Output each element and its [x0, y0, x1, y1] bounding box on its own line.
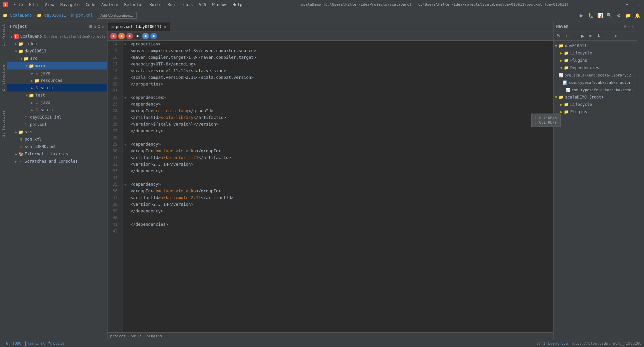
menu-code[interactable]: Code [83, 2, 98, 8]
browser-icon-3[interactable]: ● [126, 33, 133, 39]
maven-more-button[interactable]: … [603, 32, 610, 40]
open-explorer-button[interactable]: 📁 [624, 11, 632, 19]
browser-icon-6[interactable]: ● [150, 33, 157, 39]
menu-file[interactable]: File [11, 2, 26, 8]
fold-marker-14[interactable]: ▼ [123, 41, 128, 47]
menu-analyze[interactable]: Analyze [98, 2, 121, 8]
fold-marker-17[interactable] [123, 61, 128, 67]
fold-marker-19[interactable] [123, 74, 128, 81]
maven-refresh-button[interactable]: ↻ [555, 32, 562, 40]
fold-marker-41[interactable] [123, 221, 128, 228]
tree-resources[interactable]: ▶ 📁 resources [7, 77, 107, 84]
maven-lifecycle2[interactable]: ▶ 📁 Lifecycle [554, 101, 637, 108]
menu-vcs[interactable]: VCS [196, 2, 209, 8]
tree-scala2[interactable]: ▶ S scala [7, 106, 107, 114]
fold-marker-22[interactable]: ▼ [123, 94, 128, 101]
maven-remove-button[interactable]: − [571, 32, 578, 40]
fold-marker-39[interactable] [123, 208, 128, 214]
menu-navigate[interactable]: Navigate [58, 2, 82, 8]
menu-bar[interactable]: File Edit View Navigate Code Analyze Ref… [11, 2, 245, 8]
maven-expand-button[interactable]: ⇥ [611, 32, 618, 40]
close-button[interactable]: ✕ [637, 2, 641, 7]
maven-dep3[interactable]: 📊 com.typesafe.akka:akka-remo. [554, 86, 637, 94]
maven-dependencies[interactable]: ▼ 📁 Dependencies [554, 64, 637, 71]
maven-scalademo-root[interactable]: ▼ 📁 scalaDEMO (root) [554, 94, 637, 101]
tree-pomxml2[interactable]: ▶ m pom.xml [7, 136, 107, 143]
maven-day010611[interactable]: ▼ 📁 day010611 [554, 42, 637, 49]
maven-add-button[interactable]: + [563, 32, 570, 40]
menu-tools[interactable]: Tools [178, 2, 196, 8]
code-lines[interactable]: <properties> <maven.compiler.source>1.8<… [128, 41, 550, 332]
fold-marker-36[interactable] [123, 188, 128, 194]
breadcrumb-build[interactable]: build [131, 334, 142, 338]
maven-run-button[interactable]: ▶ [579, 32, 586, 40]
tree-java2[interactable]: ▶ ☕ java [7, 99, 107, 106]
add-configuration-button[interactable]: Add Configuration... [97, 12, 137, 19]
tree-java1[interactable]: ▶ ☕ java [7, 69, 107, 77]
run-button[interactable]: ▶ [577, 11, 585, 19]
tree-root[interactable]: ▼ S ScalaDemo C:\Users\killer\IdeaProjec… [7, 33, 107, 40]
breadcrumb-plugins[interactable]: plugins [147, 334, 162, 338]
fold-marker-23[interactable] [123, 101, 128, 108]
fold-marker-15[interactable] [123, 47, 128, 54]
menu-build[interactable]: Build [147, 2, 164, 8]
fold-marker-27[interactable] [123, 128, 128, 134]
maven-lifecycle1[interactable]: ▶ 📁 Lifecycle [554, 49, 637, 57]
breadcrumb-day010611[interactable]: 📁 day010611 [37, 13, 66, 18]
sidebar-collapse-icon[interactable]: ⇅ [93, 24, 96, 29]
status-build[interactable]: 🔨 Build [48, 341, 64, 346]
maven-header-icons[interactable]: ⚙ ─ ✕ [624, 24, 634, 29]
fold-marker-33[interactable] [123, 168, 128, 174]
tree-pomxml1[interactable]: ▶ m pom.xml [7, 121, 107, 128]
sidebar-scope-icon[interactable]: ⊞ [89, 24, 92, 29]
fold-marker-34[interactable] [123, 174, 128, 181]
tab-project[interactable]: 1: Project [1, 21, 6, 49]
status-event-log[interactable]: Event Log [548, 341, 568, 346]
menu-view[interactable]: View [42, 2, 57, 8]
fold-marker-25[interactable] [123, 114, 128, 121]
tree-iml1[interactable]: ▶ m day010611.iml [7, 114, 107, 121]
settings-button[interactable]: ⚙ [615, 11, 623, 19]
fold-marker-18[interactable] [123, 67, 128, 74]
coverage-button[interactable]: 📊 [596, 11, 604, 19]
fold-marker-37[interactable] [123, 194, 128, 201]
tree-src1[interactable]: ▼ 📁 src [7, 55, 107, 62]
status-todo[interactable]: ✓ 6: TODO [3, 341, 21, 346]
fold-marker-30[interactable] [123, 148, 128, 154]
menu-edit[interactable]: Edit [26, 2, 41, 8]
menu-refactor[interactable]: Refactor [122, 2, 146, 8]
notifications-button[interactable]: 🔔 [633, 11, 641, 19]
fold-marker-40[interactable] [123, 214, 128, 221]
debug-button[interactable]: 🐛 [587, 11, 595, 19]
maven-close-icon[interactable]: ✕ [632, 24, 634, 29]
tab-close-icon[interactable]: ✕ [164, 25, 166, 29]
browser-icon-5[interactable]: ● [142, 33, 149, 39]
tree-scalademoiML[interactable]: ▶ m scalaDEMO.iml [7, 143, 107, 150]
menu-window[interactable]: Window [209, 2, 229, 8]
browser-icon-2[interactable]: ● [118, 33, 125, 39]
fold-marker-38[interactable] [123, 201, 128, 208]
sidebar-scrollbar[interactable] [7, 337, 107, 340]
fold-marker-24[interactable] [123, 108, 128, 114]
fold-marker-31[interactable] [123, 154, 128, 161]
fold-marker-32[interactable] [123, 161, 128, 168]
tab-pomxml[interactable]: m pom.xml (day010611) ✕ [108, 22, 170, 31]
window-controls[interactable]: ─ □ ✕ [625, 2, 641, 7]
menu-help[interactable]: Help [230, 2, 245, 8]
fold-marker-21[interactable] [123, 88, 128, 94]
tree-scala1[interactable]: ▶ S scala [7, 84, 107, 92]
tab-structure[interactable]: Z: Structure [1, 62, 6, 94]
maven-dep1[interactable]: 📊 org.scala-lang:scala-library:2.. [554, 71, 637, 79]
fold-marker-16[interactable] [123, 54, 128, 61]
fold-marker-20[interactable] [123, 81, 128, 88]
breadcrumb-pomxml[interactable]: m pom.xml [71, 13, 93, 18]
tree-main[interactable]: ▼ 📁 main [7, 62, 107, 69]
tree-scratches[interactable]: ▶ ✏ Scratches and Consoles [7, 158, 107, 165]
maven-download-button[interactable]: ⬇ [595, 32, 602, 40]
tree-day010611[interactable]: ▼ 📁 day010611 [7, 47, 107, 55]
tree-ext-libs[interactable]: ▶ 📚 External Libraries [7, 150, 107, 158]
maximize-button[interactable]: □ [631, 2, 635, 7]
sidebar-close-icon[interactable]: ✕ [102, 24, 104, 29]
maven-plugins2[interactable]: ▶ 📁 Plugins [554, 108, 637, 116]
menu-run[interactable]: Run [165, 2, 178, 8]
